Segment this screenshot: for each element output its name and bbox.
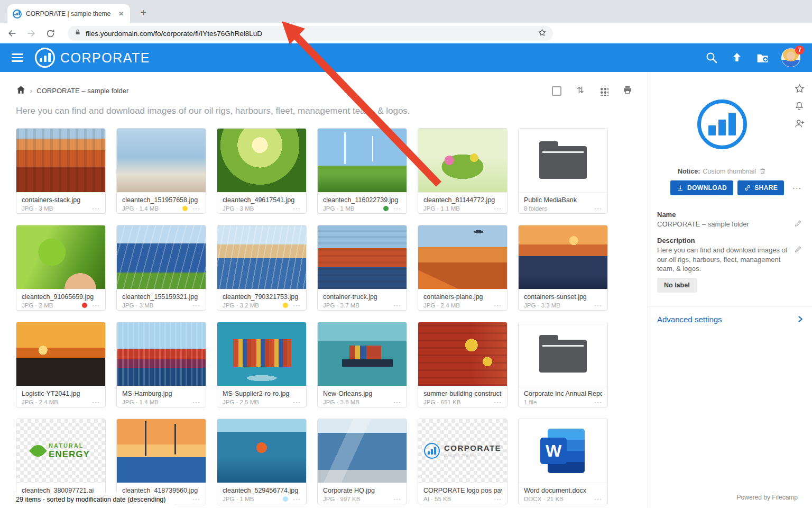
file-thumbnail[interactable] (16, 322, 105, 386)
grid-view-icon[interactable] (599, 87, 608, 96)
browser-tab[interactable]: CORPORATE | sample theme ✕ (7, 4, 130, 23)
file-thumbnail[interactable] (418, 129, 507, 193)
file-menu-button[interactable]: ··· (393, 496, 401, 502)
file-thumbnail[interactable] (519, 322, 607, 386)
file-thumbnail[interactable] (519, 419, 607, 483)
file-menu-button[interactable]: ··· (494, 302, 502, 309)
brand-logo-icon[interactable] (35, 48, 55, 68)
file-card[interactable]: New-Orleans.jpg JPG · 3.8 MB ··· (317, 322, 407, 407)
file-menu-button[interactable]: ··· (192, 302, 200, 309)
upload-icon[interactable] (731, 51, 743, 64)
file-menu-button[interactable]: ··· (494, 205, 502, 212)
file-thumbnail[interactable] (16, 129, 105, 193)
forward-icon[interactable] (25, 28, 37, 39)
file-card[interactable]: MS-Supplier2-ro-ro.jpg JPG · 2.5 MB ··· (217, 322, 307, 407)
file-card[interactable]: cleantech_418739560.jpg JPG · 3 MB ··· (116, 419, 206, 504)
file-card[interactable]: CORPORATESample Theme CORPORATE logo pos… (418, 419, 508, 504)
file-menu-button[interactable]: ··· (92, 205, 100, 212)
back-icon[interactable] (6, 28, 18, 39)
edit-description-icon[interactable] (794, 245, 802, 253)
print-icon[interactable] (622, 85, 633, 97)
file-card[interactable]: cleantech_49617541.jpg JPG · 3 MB ··· (217, 128, 307, 214)
edit-name-icon[interactable] (794, 219, 802, 228)
brand-name[interactable]: CORPORATE (60, 50, 150, 66)
file-thumbnail[interactable] (217, 129, 306, 193)
file-thumbnail[interactable] (318, 129, 407, 193)
file-thumbnail[interactable] (318, 419, 407, 483)
file-thumbnail[interactable] (418, 322, 507, 386)
file-menu-button[interactable]: ··· (293, 302, 301, 309)
file-card[interactable]: cleantech_91065659.jpg JPG · 2 MB ··· (16, 225, 106, 311)
file-card[interactable]: cleantech_116022739.jpg JPG · 1 MB ··· (317, 128, 407, 214)
add-folder-icon[interactable] (756, 51, 769, 64)
file-menu-button[interactable]: ··· (594, 496, 602, 502)
file-thumbnail[interactable]: CORPORATESample Theme (418, 419, 507, 483)
file-card[interactable]: cleantech_151957658.jpg JPG · 1.4 MB ··· (116, 128, 206, 214)
no-label-chip[interactable]: No label (657, 278, 697, 293)
file-card[interactable]: Public MediaBank 8 folders ··· (518, 128, 608, 214)
file-card[interactable]: cleantech_790321753.jpg JPG · 3.2 MB ··· (217, 225, 307, 311)
file-thumbnail[interactable] (318, 322, 407, 386)
file-menu-button[interactable]: ··· (192, 205, 200, 212)
file-menu-button[interactable]: ··· (393, 399, 401, 405)
file-thumbnail[interactable] (117, 225, 206, 289)
file-card[interactable]: summer-building-construction.jpg JPG · 6… (418, 322, 508, 407)
file-menu-button[interactable]: ··· (293, 496, 301, 502)
file-card[interactable]: Logistic-YT2041.jpg JPG · 2.4 MB ··· (16, 322, 106, 407)
file-thumbnail[interactable] (117, 322, 206, 386)
file-menu-button[interactable]: ··· (293, 205, 301, 212)
user-avatar[interactable]: 7 (781, 48, 800, 67)
file-card[interactable]: containers-plane.jpg JPG · 2.4 MB ··· (418, 225, 508, 311)
share-button[interactable]: SHARE (737, 180, 784, 195)
file-thumbnail[interactable] (217, 225, 306, 289)
file-card[interactable]: cleantech_155159321.jpg JPG · 3 MB ··· (116, 225, 206, 311)
file-card[interactable]: Corporate HQ.jpg JPG · 997 KB ··· (317, 419, 407, 504)
file-card[interactable]: containers-stack.jpg JPG · 3 MB ··· (16, 128, 106, 214)
reload-icon[interactable] (44, 28, 56, 39)
file-thumbnail[interactable] (318, 225, 407, 289)
file-card[interactable]: NATURALENERGY cleantech_380097721.ai ··· (16, 419, 106, 504)
file-card[interactable]: MS-Hamburg.jpg JPG · 1.4 MB ··· (116, 322, 206, 407)
file-menu-button[interactable]: ··· (393, 302, 401, 309)
file-menu-button[interactable]: ··· (92, 302, 100, 309)
url-text[interactable]: files.yourdomain.com/fo/corporate/fi/IYt… (86, 30, 533, 38)
tab-close-icon[interactable]: ✕ (117, 10, 125, 17)
file-thumbnail[interactable] (117, 129, 206, 193)
file-card[interactable]: cleantech_529456774.jpg JPG · 1 MB ··· (217, 419, 307, 504)
file-menu-button[interactable]: ··· (594, 399, 602, 405)
sort-icon[interactable] (575, 85, 586, 97)
home-icon[interactable] (16, 85, 26, 97)
file-card[interactable]: containers-sunset.jpg JPG · 3.3 MB ··· (518, 225, 608, 311)
file-menu-button[interactable]: ··· (594, 205, 602, 212)
file-card[interactable]: Word document.docx DOCX · 21 KB ··· (518, 419, 608, 504)
file-thumbnail[interactable]: NATURALENERGY (16, 419, 105, 483)
new-tab-button[interactable]: + (136, 6, 150, 20)
file-menu-button[interactable]: ··· (594, 302, 602, 309)
file-menu-button[interactable]: ··· (192, 399, 200, 405)
file-menu-button[interactable]: ··· (192, 496, 200, 502)
advanced-settings-link[interactable]: Advanced settings (657, 314, 805, 324)
favorite-star-icon[interactable] (794, 83, 805, 94)
url-bar[interactable]: files.yourdomain.com/fo/corporate/fi/IYt… (68, 26, 553, 41)
search-icon[interactable] (705, 51, 718, 64)
file-card[interactable]: cleantech_81144772.jpg JPG · 1.1 MB ··· (418, 128, 508, 214)
file-card[interactable]: Corporate Inc Annual Report 1 file ··· (518, 322, 608, 407)
file-thumbnail[interactable] (217, 419, 306, 483)
select-all-checkbox[interactable] (552, 86, 561, 96)
delete-thumbnail-icon[interactable] (759, 167, 767, 175)
file-menu-button[interactable]: ··· (393, 205, 401, 212)
file-thumbnail[interactable] (519, 129, 607, 193)
file-thumbnail[interactable] (217, 322, 306, 386)
file-thumbnail[interactable] (117, 419, 206, 483)
download-button[interactable]: DOWNLOAD (670, 180, 733, 195)
file-menu-button[interactable]: ··· (494, 399, 502, 405)
file-thumbnail[interactable] (519, 225, 607, 289)
file-card[interactable]: container-truck.jpg JPG · 3.7 MB ··· (317, 225, 407, 311)
file-thumbnail[interactable] (418, 225, 507, 289)
file-menu-button[interactable]: ··· (494, 496, 502, 502)
menu-icon[interactable] (12, 53, 23, 62)
bookmark-star-icon[interactable] (538, 28, 547, 39)
breadcrumb-folder[interactable]: CORPORATE – sample folder (36, 87, 128, 95)
file-thumbnail[interactable] (16, 225, 105, 289)
file-menu-button[interactable]: ··· (293, 399, 301, 405)
